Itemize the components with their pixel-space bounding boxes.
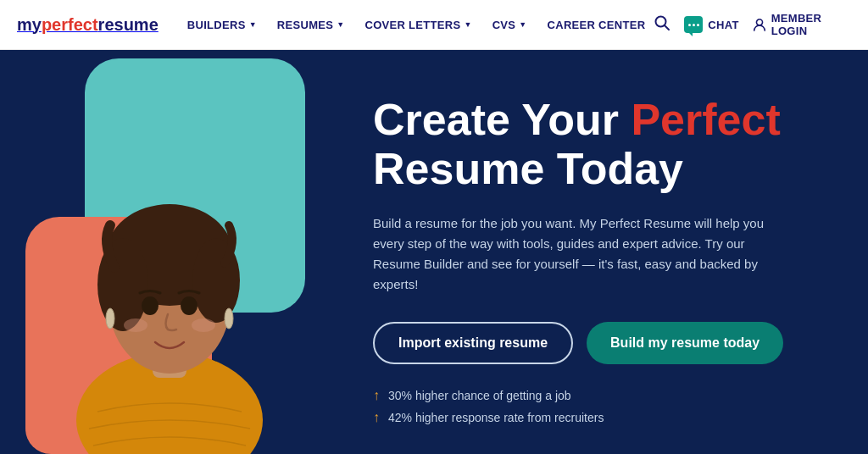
build-resume-button[interactable]: Build my resume today — [587, 322, 783, 364]
nav-item-career-center[interactable]: CAREER CENTER — [539, 0, 654, 50]
hero-stats: ↑ 30% higher chance of getting a job ↑ 4… — [373, 388, 817, 425]
nav-item-builders[interactable]: BUILDERS ▼ — [179, 0, 265, 50]
hero-description: Build a resume for the job you want. My … — [373, 213, 780, 295]
hero-content: Create Your Perfect Resume Today Build a… — [322, 50, 868, 454]
hero-image-area — [0, 50, 322, 454]
svg-point-14 — [192, 318, 215, 332]
search-icon[interactable] — [654, 14, 670, 36]
chat-nav-item[interactable]: CHAT — [684, 16, 738, 33]
import-resume-button[interactable]: Import existing resume — [373, 322, 573, 364]
svg-point-13 — [124, 318, 147, 332]
chevron-down-icon: ▼ — [464, 20, 471, 29]
navbar: myperfectresume BUILDERS ▼ RESUMES ▼ COV… — [0, 0, 868, 50]
chevron-down-icon: ▼ — [337, 20, 344, 29]
hero-person-image — [42, 98, 297, 454]
nav-item-resumes[interactable]: RESUMES ▼ — [269, 0, 353, 50]
nav-links: BUILDERS ▼ RESUMES ▼ COVER LETTERS ▼ CVs… — [179, 0, 654, 50]
svg-point-10 — [181, 296, 198, 315]
chevron-down-icon: ▼ — [249, 20, 257, 29]
svg-point-2 — [756, 19, 762, 25]
chevron-down-icon: ▼ — [519, 20, 526, 29]
logo[interactable]: myperfectresume — [17, 15, 179, 35]
logo-resume: resume — [98, 15, 159, 34]
logo-my: my — [17, 15, 42, 34]
svg-point-11 — [106, 308, 114, 329]
nav-item-cover-letters[interactable]: COVER LETTERS ▼ — [356, 0, 480, 50]
svg-point-12 — [225, 308, 233, 329]
chat-icon — [684, 16, 703, 33]
arrow-up-icon-1: ↑ — [373, 388, 380, 403]
hero-section: Create Your Perfect Resume Today Build a… — [0, 50, 868, 454]
member-login-nav-item[interactable]: MEMBER LOGIN — [753, 12, 851, 37]
stat-item-1: ↑ 30% higher chance of getting a job — [373, 388, 817, 403]
person-icon — [753, 17, 766, 32]
logo-perfect: perfect — [42, 15, 98, 34]
hero-buttons: Import existing resume Build my resume t… — [373, 322, 817, 364]
hero-title: Create Your Perfect Resume Today — [373, 96, 817, 192]
nav-right: CHAT MEMBER LOGIN — [654, 12, 851, 37]
stat-item-2: ↑ 42% higher response rate from recruite… — [373, 410, 817, 425]
svg-line-1 — [665, 25, 669, 30]
arrow-up-icon-2: ↑ — [373, 410, 380, 425]
svg-point-9 — [142, 296, 159, 315]
nav-item-cvs[interactable]: CVs ▼ — [484, 0, 536, 50]
